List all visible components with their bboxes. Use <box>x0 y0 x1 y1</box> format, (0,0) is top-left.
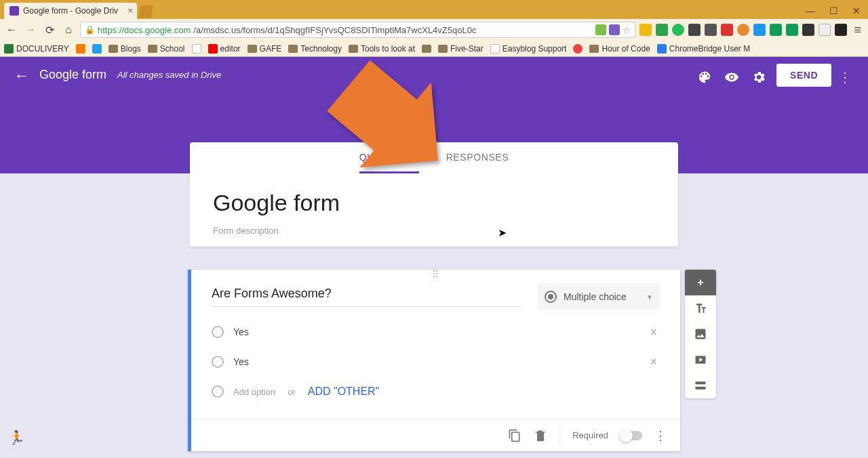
add-image-button[interactable] <box>685 321 716 347</box>
bookmark-folder[interactable]: Five-Star <box>438 44 484 54</box>
accessibility-icon[interactable]: 🏃 <box>8 430 25 446</box>
add-section-button[interactable] <box>685 373 716 398</box>
page-action-icon[interactable] <box>609 24 620 35</box>
bookmark-folder[interactable] <box>422 45 431 53</box>
bookmark-folder[interactable]: Tools to look at <box>349 44 415 54</box>
bookmark-folder[interactable]: Technology <box>288 44 342 54</box>
question-options: Yes × Yes × Add option or ADD "OTHER" <box>191 310 680 419</box>
nav-forward-button[interactable]: → <box>23 22 38 37</box>
question-footer: Required ⋮ <box>191 419 680 451</box>
add-option-text[interactable]: Add option <box>233 387 275 397</box>
back-button[interactable]: ← <box>9 64 34 88</box>
bookmark-folder[interactable]: Blogs <box>108 44 141 54</box>
bookmark-item[interactable]: Easyblog Support <box>490 44 567 54</box>
delete-icon[interactable] <box>534 429 547 442</box>
add-other-button[interactable]: ADD "OTHER" <box>308 386 380 398</box>
radio-icon <box>212 386 224 398</box>
new-tab-button[interactable] <box>138 5 153 18</box>
question-card[interactable]: ⠿ Are Forms Awesome? Multiple choice ▼ Y… <box>188 270 680 451</box>
form-name[interactable]: Google form <box>39 68 106 82</box>
add-video-button[interactable] <box>685 347 716 373</box>
extension-icon[interactable] <box>721 24 733 36</box>
tab-questions[interactable]: QUESTIONS <box>359 142 419 173</box>
radio-icon <box>212 326 224 338</box>
or-label: or <box>288 387 296 397</box>
tab-favicon <box>9 6 19 16</box>
extension-icon[interactable] <box>656 24 668 36</box>
remove-option-icon[interactable]: × <box>650 325 660 339</box>
bookmark-folder[interactable]: Hour of Code <box>589 44 650 54</box>
url-path: /a/msdsc.us/forms/d/1qShqgfIFSjYvsQC8SDI… <box>193 25 476 35</box>
more-icon[interactable]: ⋮ <box>831 64 859 91</box>
bookmark-item[interactable]: ChromeBridge User M <box>657 44 750 54</box>
nav-back-button[interactable]: ← <box>4 22 19 37</box>
add-option-row[interactable]: Add option or ADD "OTHER" <box>212 377 660 407</box>
extension-icon[interactable] <box>818 24 831 36</box>
chrome-menu-icon[interactable]: ≡ <box>851 23 864 37</box>
bookmark-folder[interactable]: School <box>148 44 185 54</box>
bookmark-item[interactable]: DOCULIVERY <box>4 44 69 54</box>
separator <box>559 426 560 445</box>
address-bar-row: ← → ⟳ ⌂ 🔒 https://docs.google.com/a/msds… <box>0 19 868 41</box>
remove-option-icon[interactable]: × <box>650 355 660 369</box>
nav-home-button[interactable]: ⌂ <box>61 22 76 37</box>
radio-icon <box>545 291 557 303</box>
question-more-icon[interactable]: ⋮ <box>654 428 667 443</box>
add-title-button[interactable] <box>685 295 716 321</box>
settings-icon[interactable] <box>745 64 772 91</box>
extension-icon[interactable] <box>770 24 782 36</box>
url-host: https://docs.google.com <box>98 25 191 35</box>
forms-editor-area: ← Google form All changes saved in Drive… <box>0 57 868 458</box>
extension-icons: ≡ <box>639 23 864 37</box>
window-maximize-button[interactable]: ☐ <box>822 3 845 19</box>
required-label: Required <box>572 430 608 440</box>
extension-icon[interactable] <box>705 24 717 36</box>
bookmark-item[interactable] <box>92 44 102 54</box>
bookmark-folder[interactable]: GAFE <box>248 44 282 54</box>
bookmark-item[interactable] <box>192 44 201 54</box>
form-title-input[interactable]: Google form <box>213 190 655 216</box>
palette-icon[interactable] <box>691 64 718 91</box>
extension-icon[interactable] <box>835 24 847 36</box>
window-minimize-button[interactable]: — <box>799 3 822 19</box>
bookmark-star-icon[interactable]: ☆ <box>623 25 631 35</box>
preview-icon[interactable] <box>718 64 745 91</box>
question-title-input[interactable]: Are Forms Awesome? <box>212 287 521 307</box>
tab-close-icon[interactable]: × <box>127 5 133 16</box>
drag-handle-icon[interactable]: ⠿ <box>191 270 680 279</box>
form-title-section: Google form Form description <box>190 173 678 247</box>
extension-icon[interactable] <box>639 24 652 36</box>
question-type-label: Multiple choice <box>564 291 627 302</box>
bookmark-item[interactable]: editor <box>208 44 241 54</box>
extension-icon[interactable] <box>802 24 814 36</box>
extension-icon[interactable] <box>672 24 684 36</box>
browser-titlebar: Google form - Google Driv × — ☐ ✕ <box>0 0 868 19</box>
duplicate-icon[interactable] <box>508 429 521 442</box>
option-row[interactable]: Yes × <box>212 347 660 377</box>
lock-icon: 🔒 <box>85 25 95 35</box>
extension-icon[interactable] <box>737 24 749 36</box>
address-bar[interactable]: 🔒 https://docs.google.com/a/msdsc.us/for… <box>80 22 635 38</box>
send-button[interactable]: SEND <box>776 64 831 87</box>
side-tool-rail <box>685 270 716 398</box>
question-type-dropdown[interactable]: Multiple choice ▼ <box>538 283 660 310</box>
tab-responses[interactable]: RESPONSES <box>446 142 509 173</box>
add-question-button[interactable] <box>685 270 716 295</box>
window-controls: — ☐ ✕ <box>799 3 868 19</box>
page-action-icon[interactable] <box>595 24 606 35</box>
bookmark-item[interactable] <box>573 44 583 54</box>
tab-title: Google form - Google Driv <box>23 6 118 16</box>
required-toggle[interactable] <box>620 431 642 440</box>
option-text[interactable]: Yes <box>233 356 249 367</box>
option-text[interactable]: Yes <box>233 327 249 337</box>
extension-icon[interactable] <box>753 24 766 36</box>
extension-icon[interactable] <box>688 24 701 36</box>
bookmark-item[interactable] <box>76 44 85 54</box>
browser-tab[interactable]: Google form - Google Driv × <box>4 3 137 19</box>
option-row[interactable]: Yes × <box>212 317 660 347</box>
form-description-input[interactable]: Form description <box>213 226 655 236</box>
window-close-button[interactable]: ✕ <box>845 3 868 19</box>
nav-reload-button[interactable]: ⟳ <box>42 22 57 37</box>
extension-icon[interactable] <box>786 24 798 36</box>
chevron-down-icon: ▼ <box>646 293 653 301</box>
